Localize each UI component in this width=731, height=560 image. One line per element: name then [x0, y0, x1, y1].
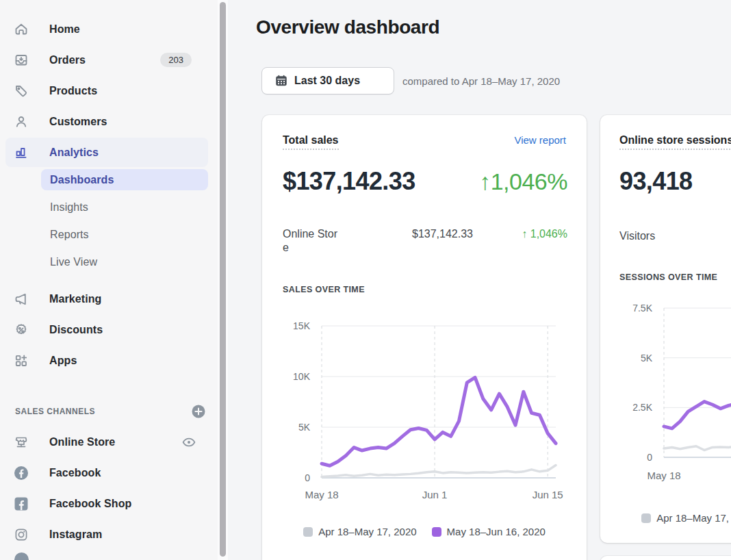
sidebar-item-products[interactable]: Products: [5, 75, 208, 106]
add-channel-button[interactable]: [191, 404, 206, 419]
svg-text:10K: 10K: [293, 371, 311, 382]
sidebar: Home Orders 203 Products Customers: [0, 0, 218, 560]
shopify-admin: Home Orders 203 Products Customers: [0, 0, 731, 560]
legend-entry-previous: Apr 18–May 17, 2020: [303, 526, 416, 537]
legend-entry-previous: Apr 18–May 17, 2020: [641, 512, 731, 524]
sidebar-subitem-label: Reports: [50, 229, 89, 241]
sidebar-item-apps[interactable]: Apps: [5, 345, 208, 376]
svg-text:Jun 15: Jun 15: [533, 489, 563, 500]
sidebar-item-label: Apps: [49, 355, 77, 367]
sidebar-item-label: Online Store: [49, 436, 115, 448]
chart-legend: Apr 18–May 17, 2020 May 18–Jun 16, 2020: [262, 526, 587, 537]
sidebar-item-label: Orders: [49, 54, 86, 66]
channel-partial-icon: [14, 552, 29, 560]
sidebar-item-facebook[interactable]: Facebook: [5, 457, 208, 488]
svg-text:7.5K: 7.5K: [632, 303, 652, 314]
sidebar-item-label: Discounts: [49, 324, 103, 336]
svg-text:May 18: May 18: [647, 470, 680, 481]
facebook-shop-icon: [14, 496, 29, 511]
svg-text:0: 0: [647, 452, 652, 463]
svg-text:May 18: May 18: [305, 489, 338, 500]
analytics-icon: [14, 145, 29, 160]
sidebar-item-orders[interactable]: Orders 203: [5, 44, 208, 75]
dashboard-controls: Last 30 days compared to Apr 18–May 17, …: [261, 67, 560, 94]
sidebar-item-instagram[interactable]: Instagram: [5, 519, 208, 550]
sidebar-item-label: Facebook Shop: [49, 498, 131, 510]
home-icon: [14, 22, 29, 37]
sidebar-subitem-label: Insights: [50, 201, 88, 214]
sidebar-item-label: Marketing: [49, 293, 101, 305]
sidebar-item-analytics[interactable]: Analytics: [5, 138, 208, 167]
svg-text:15K: 15K: [293, 320, 311, 331]
sidebar-subitem-reports[interactable]: Reports: [41, 221, 208, 249]
sidebar-scrollbar-thumb[interactable]: [220, 2, 226, 557]
products-icon: [14, 84, 29, 99]
sales-channels-label: SALES CHANNELS: [15, 407, 95, 416]
apps-icon: [14, 353, 29, 368]
view-online-store-button[interactable]: [181, 435, 196, 450]
sidebar-item-label: Products: [49, 85, 97, 97]
sidebar-item-label: Facebook: [49, 467, 101, 479]
discounts-icon: [14, 322, 29, 338]
page-title: Overview dashboard: [256, 16, 439, 38]
svg-text:2.5K: 2.5K: [632, 402, 652, 413]
svg-text:5K: 5K: [298, 422, 311, 433]
sidebar-subitem-label: Dashboards: [50, 174, 114, 186]
sidebar-scrollbar-track[interactable]: [218, 0, 228, 560]
sidebar-item-online-store[interactable]: Online Store: [5, 427, 208, 457]
sidebar-subitem-live-view[interactable]: Live View: [41, 249, 208, 276]
legend-swatch-current: [432, 527, 441, 537]
date-range-button[interactable]: Last 30 days: [261, 67, 394, 94]
online-store-sessions-card: Online store sessions 93,418 Visitors SE…: [600, 115, 731, 543]
sessions-over-time-chart: 02.5K5K7.5KMay 18: [600, 115, 731, 498]
calendar-icon: [274, 74, 288, 88]
nav-section-gap: [0, 276, 218, 283]
facebook-icon: [14, 466, 29, 481]
sidebar-subitem-label: Live View: [50, 256, 97, 268]
svg-text:Jun 1: Jun 1: [422, 489, 448, 500]
chart-legend: Apr 18–May 17, 2020 May 18–Jun 16, 2020: [600, 512, 731, 524]
sales-over-time-chart: 05K10K15KMay 18Jun 1Jun 15: [262, 115, 587, 509]
sidebar-item-label: Analytics: [49, 147, 99, 159]
compare-period-text: compared to Apr 18–May 17, 2020: [402, 75, 560, 87]
sidebar-subitem-insights[interactable]: Insights: [41, 194, 208, 221]
sidebar-item-label: Home: [49, 23, 80, 36]
storefront-icon: [14, 435, 29, 450]
main-content: Overview dashboard Last 30 days compared…: [228, 0, 731, 560]
date-range-label: Last 30 days: [294, 75, 360, 87]
sidebar-item-label: Customers: [49, 116, 107, 128]
eye-icon: [181, 435, 196, 450]
legend-entry-current: May 18–Jun 16, 2020: [432, 526, 546, 537]
customers-icon: [14, 114, 29, 129]
orders-count-badge: 203: [160, 53, 192, 67]
marketing-icon: [14, 292, 29, 307]
next-card-partial: [600, 556, 731, 560]
sidebar-item-facebook-shop[interactable]: Facebook Shop: [5, 488, 208, 519]
sidebar-item-home[interactable]: Home: [5, 14, 208, 44]
plus-icon: [191, 404, 206, 419]
svg-text:0: 0: [305, 472, 310, 483]
sidebar-item-discounts[interactable]: Discounts: [5, 314, 208, 345]
sidebar-subitem-dashboards[interactable]: Dashboards: [41, 169, 208, 190]
total-sales-card: Total sales View report $137,142.33 ↑1,0…: [262, 115, 587, 560]
instagram-icon: [14, 527, 29, 542]
sidebar-item-customers[interactable]: Customers: [5, 106, 208, 137]
sales-channels-header: SALES CHANNELS: [0, 396, 218, 427]
svg-text:5K: 5K: [641, 353, 653, 364]
legend-swatch-previous: [641, 513, 651, 523]
legend-swatch-previous: [303, 527, 313, 537]
sidebar-item-label: Instagram: [49, 529, 102, 541]
sidebar-item-marketing[interactable]: Marketing: [5, 283, 208, 314]
orders-icon: [14, 53, 29, 68]
